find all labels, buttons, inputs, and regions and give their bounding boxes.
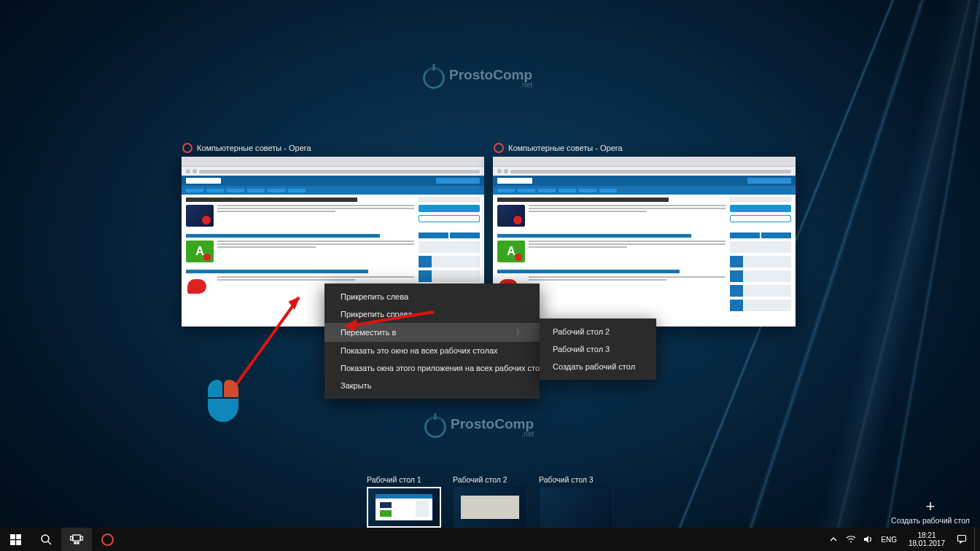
ctx-move-to[interactable]: Переместить в〉 [324, 323, 540, 342]
svg-rect-14 [77, 542, 79, 544]
new-desktop-button[interactable]: + Создать рабочий стол [891, 499, 970, 525]
svg-rect-12 [81, 536, 83, 540]
desktop-thumb-2[interactable]: Рабочий стол 2 [453, 475, 527, 528]
svg-rect-17 [958, 536, 966, 542]
watermark-suffix: .net [449, 82, 532, 89]
watermark-brand: ProstoComp [449, 68, 532, 82]
chevron-right-icon: 〉 [516, 327, 524, 337]
svg-rect-4 [10, 534, 15, 539]
taskbar: ENG 18:21 18.01.2017 [0, 528, 980, 551]
show-desktop-button[interactable] [974, 528, 979, 551]
submenu-desktop-3[interactable]: Рабочий стол 3 [540, 340, 656, 358]
tray-language[interactable]: ENG [881, 536, 897, 544]
thumb-1-title-row: Компьютерные советы - Opera [182, 143, 484, 153]
plus-icon: + [891, 499, 970, 515]
svg-rect-6 [10, 540, 15, 545]
tray-action-center[interactable] [957, 534, 967, 544]
desktop-thumb-1[interactable]: Рабочий стол 1 [367, 475, 441, 528]
wifi-icon [846, 535, 856, 544]
svg-rect-13 [74, 542, 76, 544]
opera-icon [182, 143, 192, 153]
thumb-2-title: Компьютерные советы - Opera [508, 144, 623, 152]
context-submenu-move-to: Рабочий стол 2 Рабочий стол 3 Создать ра… [540, 319, 656, 380]
task-view-icon [70, 534, 83, 544]
speaker-icon [863, 535, 874, 544]
taskbar-app-opera[interactable] [92, 528, 122, 551]
ctx-snap-left[interactable]: Прикрепить слева [324, 288, 540, 305]
tray-clock[interactable]: 18:21 18.01.2017 [904, 531, 949, 548]
thumb-1-title: Компьютерные советы - Opera [197, 144, 311, 152]
desktop-thumb-3[interactable]: Рабочий стол 3 [539, 475, 613, 528]
ctx-snap-right[interactable]: Прикрепить справа [324, 305, 540, 323]
new-desktop-label: Создать рабочий стол [891, 516, 970, 525]
context-menu: Прикрепить слева Прикрепить справа Перем… [324, 284, 540, 399]
ctx-close[interactable]: Закрыть [324, 377, 540, 394]
svg-rect-10 [73, 535, 80, 541]
ctx-show-app-all-desktops[interactable]: Показать окна этого приложения на всех р… [324, 359, 540, 377]
svg-rect-7 [16, 540, 21, 545]
svg-rect-5 [16, 534, 21, 539]
search-icon [40, 534, 52, 545]
task-view-button[interactable] [61, 528, 92, 551]
opera-icon [494, 143, 504, 153]
tray-network-icon[interactable] [846, 535, 856, 544]
watermark-bottom: ProstoComp .net [424, 416, 534, 438]
tray-time: 18:21 [909, 531, 945, 540]
submenu-desktop-2[interactable]: Рабочий стол 2 [540, 323, 656, 340]
tray-volume-icon[interactable] [863, 535, 874, 544]
start-button[interactable] [0, 528, 31, 551]
tray-chevron-up[interactable] [828, 536, 839, 542]
virtual-desktops-strip: Рабочий стол 1 Рабочий стол 2 Рабочий ст… [0, 471, 980, 528]
svg-point-8 [42, 535, 49, 542]
svg-rect-11 [71, 536, 73, 540]
svg-line-9 [48, 542, 51, 544]
svg-marker-16 [864, 536, 868, 543]
tray-date: 18.01.2017 [909, 539, 945, 548]
watermark-top: ProstoComp .net [423, 67, 532, 89]
notification-icon [957, 534, 967, 544]
annotation-mouse-icon [208, 380, 238, 422]
opera-icon [101, 534, 114, 546]
chevron-up-icon [830, 536, 837, 542]
submenu-create-desktop[interactable]: Создать рабочий стол [540, 358, 656, 375]
svg-point-15 [850, 542, 852, 543]
search-button[interactable] [31, 528, 61, 551]
ctx-show-window-all-desktops[interactable]: Показать это окно на всех рабочих столах [324, 342, 540, 359]
thumb-2-title-row: Компьютерные советы - Opera [493, 143, 796, 153]
windows-logo-icon [10, 534, 21, 545]
